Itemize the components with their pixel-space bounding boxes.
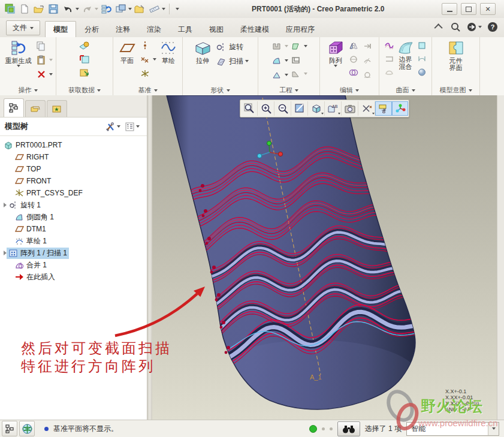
datum-display-button[interactable] <box>358 101 375 116</box>
tree-row-round[interactable]: 倒圆角 1 <box>0 211 147 223</box>
hole-dropdown[interactable] <box>285 45 288 47</box>
tree-row-part[interactable]: PRT0001.PRT <box>0 139 147 151</box>
surface-wave-button[interactable] <box>384 40 396 52</box>
tree-settings-button[interactable] <box>103 121 123 132</box>
copy-button[interactable] <box>35 40 47 52</box>
round-dropdown[interactable] <box>285 59 288 62</box>
selection-filter-combobox[interactable]: 智能 <box>406 422 499 436</box>
display-style-button[interactable] <box>308 101 325 116</box>
new-file-button[interactable] <box>18 2 31 16</box>
pattern-dropdown[interactable] <box>334 65 337 67</box>
navigator-toggle-button[interactable] <box>2 421 17 436</box>
boundary-blend-button[interactable]: 边界混合 <box>397 39 415 71</box>
trim-button[interactable] <box>348 53 360 65</box>
udf-library-button[interactable] <box>79 40 90 52</box>
group-label-get-data[interactable]: 获取数据 <box>56 85 113 95</box>
group-label-shapes[interactable]: 形状 <box>183 85 258 95</box>
sweep-button[interactable] <box>215 55 227 67</box>
sync-button[interactable] <box>466 22 482 32</box>
redo-button[interactable] <box>80 2 93 16</box>
datum-axis-button[interactable] <box>139 40 151 52</box>
group-label-operations[interactable]: 操作 <box>0 85 56 95</box>
tree-row-revolve[interactable]: 旋转 1 <box>0 199 147 211</box>
draft-dropdown[interactable] <box>304 45 307 47</box>
measure-dropdown[interactable] <box>162 8 165 10</box>
group-label-model-intent[interactable]: 模型意图 <box>432 85 479 95</box>
close-button[interactable]: ✕ <box>480 3 496 15</box>
tab-analysis[interactable]: 分析 <box>76 21 107 37</box>
zoom-in-button[interactable] <box>258 101 274 116</box>
tab-render[interactable]: 渲染 <box>138 21 170 37</box>
freestyle-button[interactable] <box>416 66 428 78</box>
datum-point-button[interactable] <box>139 53 151 65</box>
regenerate-quick-button[interactable] <box>99 2 113 16</box>
tab-model-tree[interactable] <box>4 98 24 117</box>
tab-view[interactable]: 视图 <box>201 21 232 37</box>
group-label-edit[interactable]: 编辑 <box>320 85 379 95</box>
spin-center-button[interactable] <box>392 101 408 116</box>
tree-row-csys[interactable]: PRT_CSYS_DEF <box>0 187 147 199</box>
rib-dropdown[interactable] <box>304 73 307 75</box>
revolve-button[interactable] <box>215 41 227 53</box>
undo-dropdown[interactable] <box>76 8 79 10</box>
shell-button[interactable] <box>290 54 302 66</box>
tab-annotate[interactable]: 注释 <box>107 21 138 37</box>
chamfer-button[interactable] <box>271 69 283 81</box>
draft-button[interactable] <box>290 40 302 52</box>
copy-geometry-button[interactable] <box>79 53 90 65</box>
windows-button[interactable] <box>114 2 127 16</box>
selected-tree-item[interactable]: 阵列 1 / 扫描 1 <box>7 248 69 259</box>
merge-button[interactable] <box>348 66 360 78</box>
tab-tools[interactable]: 工具 <box>170 21 201 37</box>
redo-dropdown[interactable] <box>95 8 98 10</box>
open-button[interactable] <box>32 2 46 16</box>
sweep-dropdown[interactable] <box>245 60 249 62</box>
style-button[interactable] <box>416 53 428 65</box>
tree-row-top[interactable]: TOP <box>0 163 147 175</box>
regenerate-button[interactable]: 重新生成 <box>4 39 34 68</box>
tree-row-merge[interactable]: 合并 1 <box>0 259 147 271</box>
graphics-viewport[interactable]: A_1 AB X.X+-0.1X.XX+-0.01X.XXX+-0.001ANG… <box>152 95 497 420</box>
tree-row-pattern[interactable]: 阵列 1 / 扫描 1 <box>0 247 147 259</box>
annotation-display-button[interactable] <box>375 101 392 116</box>
offset-button[interactable] <box>361 55 373 67</box>
surface-flat-button[interactable] <box>384 53 396 65</box>
tab-favorites[interactable] <box>47 100 67 117</box>
paste-button[interactable] <box>35 54 47 66</box>
pattern-button[interactable]: 阵列 <box>325 39 346 68</box>
mirror-button[interactable] <box>348 40 360 52</box>
saved-views-button[interactable]: AB <box>325 101 342 116</box>
rib-button[interactable] <box>290 68 302 80</box>
filter-dropdown[interactable] <box>488 423 499 435</box>
paste-dropdown[interactable] <box>49 59 53 61</box>
delete-button[interactable] <box>35 68 47 80</box>
tree-row-insert-here[interactable]: 在此插入 <box>0 271 147 283</box>
extend-button[interactable] <box>361 40 373 52</box>
shrinkwrap-button[interactable] <box>79 66 90 78</box>
expand-caret[interactable] <box>1 203 8 207</box>
file-menu-button[interactable]: 文件 <box>6 20 40 35</box>
chamfer-dropdown[interactable] <box>285 74 288 76</box>
find-button[interactable] <box>337 421 360 436</box>
save-button[interactable] <box>47 2 60 16</box>
refit-button[interactable] <box>291 101 308 116</box>
zoom-window-button[interactable] <box>241 101 258 116</box>
customize-toolbar-dropdown[interactable] <box>176 8 179 10</box>
undo-button[interactable] <box>61 2 74 16</box>
model-canvas[interactable]: A_1 <box>152 95 497 420</box>
help-button[interactable]: ? <box>487 22 498 32</box>
restore-button[interactable] <box>461 3 476 15</box>
extrude-button[interactable]: 拉伸 <box>192 39 213 65</box>
capture-button[interactable] <box>342 101 358 116</box>
project-button[interactable] <box>361 69 373 81</box>
measure-button[interactable] <box>147 2 161 16</box>
tree-row-sketch[interactable]: 草绘 1 <box>0 235 147 247</box>
group-label-surfaces[interactable]: 曲面 <box>379 85 431 95</box>
regenerate-dropdown[interactable] <box>17 65 20 67</box>
tab-model[interactable]: 模型 <box>45 21 76 37</box>
minimize-ribbon-button[interactable] <box>434 22 445 32</box>
datum-point-dropdown[interactable] <box>153 58 156 61</box>
tab-applications[interactable]: 应用程序 <box>277 21 323 37</box>
round-button[interactable] <box>271 55 283 67</box>
surface-free-button[interactable] <box>384 66 396 78</box>
